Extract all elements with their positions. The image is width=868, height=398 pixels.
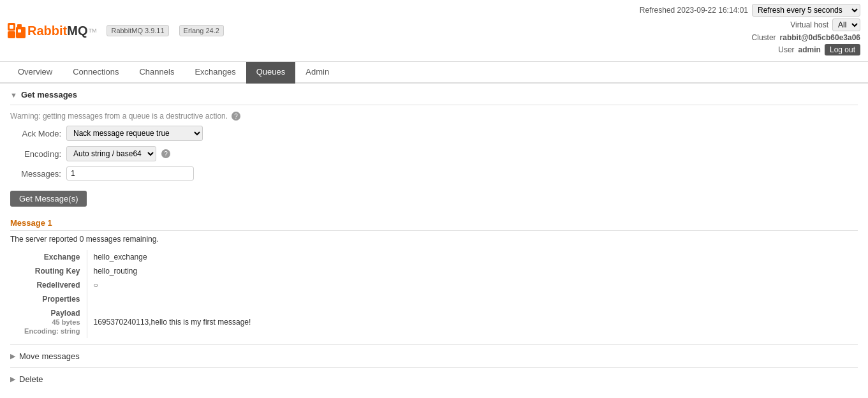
- payload-label: Payload 45 bytes Encoding: string: [10, 306, 87, 338]
- logo-mq-text: MQ: [67, 24, 87, 38]
- header-right: Refreshed 2023-09-22 16:14:01 Refresh ev…: [640, 4, 860, 57]
- svg-rect-3: [17, 24, 22, 29]
- message-result: Message 1 The server reported 0 messages…: [10, 214, 858, 338]
- encoding-label: Encoding:: [10, 149, 61, 159]
- get-messages-arrow-icon: ▼: [10, 91, 17, 99]
- exchange-value: hello_exchange: [87, 250, 858, 264]
- svg-rect-4: [10, 25, 13, 29]
- payload-row: Payload 45 bytes Encoding: string 169537…: [10, 306, 858, 338]
- encoding-select[interactable]: Auto string / base64 base64: [66, 146, 156, 161]
- logo-area: RabbitMQTM RabbitMQ 3.9.11 Erlang 24.2: [8, 23, 224, 38]
- payload-encoding: Encoding: string: [24, 327, 80, 335]
- get-messages-section-header[interactable]: ▼ Get messages: [10, 84, 858, 105]
- delete-title: Delete: [19, 374, 43, 384]
- ack-mode-select[interactable]: Nack message requeue true Ack message re…: [66, 126, 203, 141]
- routing-key-label: Routing Key: [10, 264, 87, 278]
- get-messages-button[interactable]: Get Message(s): [10, 191, 87, 207]
- rabbitmq-version: RabbitMQ 3.9.11: [107, 25, 168, 36]
- logo-tm-text: TM: [88, 27, 96, 34]
- user-label: User: [778, 45, 794, 54]
- virtual-host-label: Virtual host: [790, 20, 828, 29]
- nav-exchanges[interactable]: Exchanges: [184, 62, 246, 84]
- warning-area: Warning: getting messages from a queue i…: [10, 105, 858, 126]
- erlang-version: Erlang 24.2: [179, 25, 224, 36]
- logo: RabbitMQTM: [8, 23, 96, 38]
- remaining-info: The server reported 0 messages remaining…: [10, 235, 858, 244]
- nav-connections[interactable]: Connections: [63, 62, 129, 84]
- get-messages-body: Warning: getting messages from a queue i…: [10, 105, 858, 338]
- delete-section[interactable]: ▶ Delete: [10, 367, 858, 390]
- encoding-help-icon[interactable]: ?: [161, 149, 170, 158]
- nav: Overview Connections Channels Exchanges …: [0, 62, 868, 84]
- move-messages-title: Move messages: [19, 351, 80, 361]
- routing-key-row: Routing Key hello_routing: [10, 264, 858, 278]
- logo-rabbit-text: Rabbit: [27, 24, 67, 38]
- move-messages-section[interactable]: ▶ Move messages: [10, 344, 858, 367]
- refresh-interval-select[interactable]: Refresh every 5 seconds Refresh every 10…: [752, 4, 860, 17]
- nav-channels[interactable]: Channels: [129, 62, 184, 84]
- properties-row: Properties: [10, 292, 858, 306]
- exchange-label: Exchange: [10, 250, 87, 264]
- messages-input[interactable]: 1: [66, 166, 194, 181]
- warning-help-icon[interactable]: ?: [232, 112, 240, 121]
- svg-rect-5: [18, 29, 21, 33]
- redelivered-row: Redelivered ○: [10, 278, 858, 292]
- ack-mode-row: Ack Mode: Nack message requeue true Ack …: [10, 126, 858, 141]
- header: RabbitMQTM RabbitMQ 3.9.11 Erlang 24.2 R…: [0, 0, 868, 62]
- messages-label: Messages:: [10, 169, 61, 179]
- warning-text: Warning: getting messages from a queue i…: [10, 112, 228, 121]
- properties-value: [87, 292, 858, 306]
- cluster-value: rabbit@0d5cb60e3a06: [780, 33, 860, 42]
- virtual-host-select[interactable]: All /: [832, 18, 860, 31]
- payload-value: 1695370240113,hello this is my first mes…: [87, 306, 858, 338]
- properties-label: Properties: [10, 292, 87, 306]
- delete-arrow-icon: ▶: [10, 375, 15, 383]
- nav-admin[interactable]: Admin: [295, 62, 339, 84]
- cluster-label: Cluster: [752, 33, 776, 42]
- message-details-table: Exchange hello_exchange Routing Key hell…: [10, 250, 858, 338]
- redelivered-value: ○: [87, 278, 858, 292]
- nav-overview[interactable]: Overview: [8, 62, 63, 84]
- payload-size: 45 bytes: [52, 318, 80, 326]
- message-title: Message 1: [10, 214, 858, 231]
- get-messages-title: Get messages: [21, 90, 77, 100]
- refreshed-text: Refreshed 2023-09-22 16:14:01: [640, 6, 748, 15]
- exchange-row: Exchange hello_exchange: [10, 250, 858, 264]
- ack-mode-label: Ack Mode:: [10, 129, 61, 138]
- move-messages-arrow-icon: ▶: [10, 352, 15, 360]
- redelivered-label: Redelivered: [10, 278, 87, 292]
- user-value: admin: [798, 45, 821, 54]
- messages-count-row: Messages: 1: [10, 166, 858, 181]
- nav-queues[interactable]: Queues: [246, 62, 296, 84]
- rabbitmq-logo-icon: [8, 23, 26, 38]
- logout-button[interactable]: Log out: [825, 44, 860, 55]
- main-content: ▼ Get messages Warning: getting messages…: [0, 84, 868, 398]
- routing-key-value: hello_routing: [87, 264, 858, 278]
- encoding-row: Encoding: Auto string / base64 base64 ?: [10, 146, 858, 161]
- svg-rect-1: [8, 31, 15, 38]
